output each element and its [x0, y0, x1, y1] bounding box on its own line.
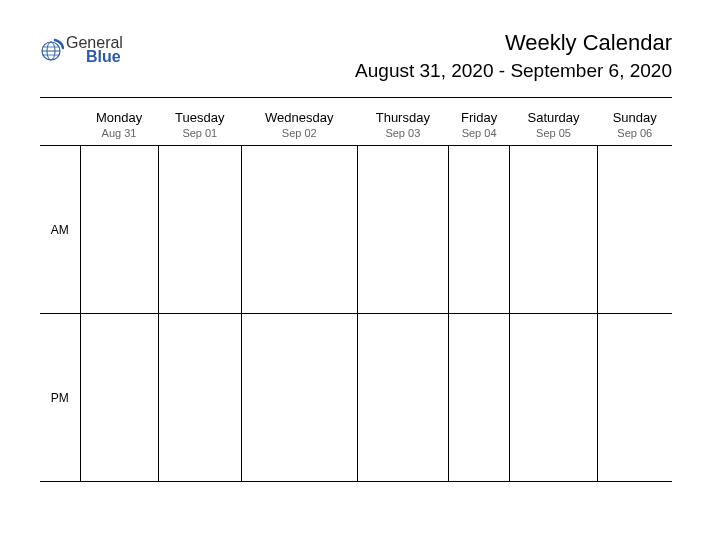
day-date: Sep 04	[449, 127, 510, 145]
calendar-cell	[597, 146, 672, 314]
calendar-cell	[449, 314, 510, 482]
day-name: Monday	[80, 110, 158, 125]
calendar-cell	[80, 314, 158, 482]
page-title: Weekly Calendar	[355, 30, 672, 56]
calendar-cell	[242, 146, 358, 314]
calendar-grid: Monday Aug 31 Tuesday Sep 01 Wednesday S…	[40, 106, 672, 482]
day-header: Tuesday Sep 01	[158, 106, 241, 146]
logo: General Blue	[40, 35, 123, 65]
title-block: Weekly Calendar August 31, 2020 - Septem…	[355, 30, 672, 82]
calendar-cell	[242, 314, 358, 482]
day-date: Sep 01	[158, 127, 241, 145]
day-header: Thursday Sep 03	[357, 106, 449, 146]
day-header-row: Monday Aug 31 Tuesday Sep 01 Wednesday S…	[40, 106, 672, 146]
day-header: Friday Sep 04	[449, 106, 510, 146]
calendar-cell	[510, 146, 598, 314]
day-name: Saturday	[510, 110, 598, 125]
pm-row: PM	[40, 314, 672, 482]
day-name: Tuesday	[158, 110, 241, 125]
period-label-am: AM	[40, 146, 80, 314]
calendar-cell	[449, 146, 510, 314]
day-date: Sep 03	[357, 127, 449, 145]
date-range: August 31, 2020 - September 6, 2020	[355, 60, 672, 82]
period-label-pm: PM	[40, 314, 80, 482]
calendar-cell	[357, 146, 449, 314]
day-date: Sep 02	[242, 127, 358, 145]
logo-text-bottom: Blue	[86, 49, 123, 65]
calendar-cell	[158, 314, 241, 482]
day-header: Monday Aug 31	[80, 106, 158, 146]
day-name: Friday	[449, 110, 510, 125]
calendar-cell	[510, 314, 598, 482]
calendar-cell	[80, 146, 158, 314]
calendar-cell	[357, 314, 449, 482]
calendar-cell	[597, 314, 672, 482]
day-name: Sunday	[597, 110, 672, 125]
logo-globe-icon	[40, 38, 64, 62]
day-date: Sep 06	[597, 127, 672, 145]
day-date: Sep 05	[510, 127, 598, 145]
header: General Blue Weekly Calendar August 31, …	[40, 30, 672, 82]
day-date: Aug 31	[80, 127, 158, 145]
calendar-cell	[158, 146, 241, 314]
day-name: Wednesday	[242, 110, 358, 125]
am-row: AM	[40, 146, 672, 314]
day-header: Wednesday Sep 02	[242, 106, 358, 146]
day-name: Thursday	[357, 110, 449, 125]
day-header: Sunday Sep 06	[597, 106, 672, 146]
header-divider	[40, 97, 672, 98]
day-header: Saturday Sep 05	[510, 106, 598, 146]
time-column-header	[40, 106, 80, 146]
